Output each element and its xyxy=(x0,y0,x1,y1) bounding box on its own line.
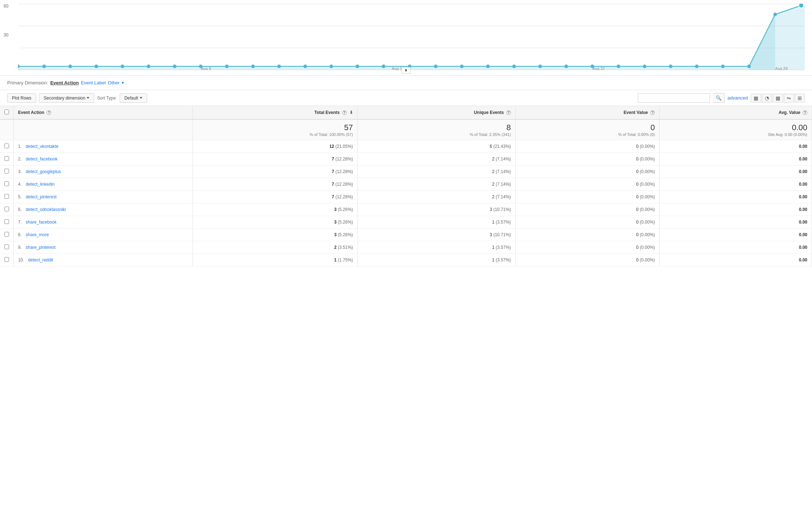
event-value-help-icon[interactable]: ? xyxy=(650,110,655,115)
row-checkbox[interactable] xyxy=(4,219,9,224)
plot-rows-button[interactable]: Plot Rows xyxy=(7,93,36,103)
row-action-link[interactable]: detect_pinterest xyxy=(26,194,56,199)
svg-point-14 xyxy=(225,65,229,68)
row-checkbox-col xyxy=(0,241,14,254)
row-action-link[interactable]: share_more xyxy=(26,232,49,237)
row-unique-events: 1 (3.57%) xyxy=(357,241,515,254)
svg-point-17 xyxy=(303,65,307,68)
svg-point-30 xyxy=(643,65,646,68)
sort-type-dropdown[interactable]: Default xyxy=(120,93,147,103)
row-total-pct: (5.26%) xyxy=(338,232,353,237)
sort-type-arrow-icon xyxy=(140,97,142,99)
bar-view-button[interactable]: ▦ xyxy=(773,94,783,102)
row-action-link[interactable]: detect_facebook xyxy=(26,156,57,162)
svg-point-11 xyxy=(147,65,150,68)
row-action-link[interactable]: detect_odnoklassniki xyxy=(26,207,66,212)
table-row: 6. detect_odnoklassniki 3 (5.26%) 3 (10.… xyxy=(0,203,812,216)
bar-icon: ▦ xyxy=(776,95,780,101)
svg-text:Aug 8: Aug 8 xyxy=(201,66,211,70)
row-unique-pct: (7.14%) xyxy=(496,194,511,199)
row-event-value-num: 0 xyxy=(636,232,639,237)
total-events-help-icon[interactable]: ? xyxy=(342,110,347,115)
table-row: 3. detect_googleplus 7 (12.28%) 2 (7.14%… xyxy=(0,166,812,178)
row-checkbox[interactable] xyxy=(4,257,9,262)
row-checkbox[interactable] xyxy=(4,244,9,249)
row-checkbox-col xyxy=(0,178,14,191)
row-event-value: 0 (0.00%) xyxy=(515,241,659,254)
row-unique-pct: (7.14%) xyxy=(496,182,511,187)
summary-row: 57 % of Total: 100.00% (57) 8 % of Total… xyxy=(0,119,812,140)
row-event-value: 0 (0.00%) xyxy=(515,178,659,191)
row-event-value-pct: (0.00%) xyxy=(640,182,655,187)
row-action-link[interactable]: detect_googleplus xyxy=(26,169,61,174)
row-checkbox[interactable] xyxy=(4,169,9,173)
row-total-events: 12 (21.05%) xyxy=(193,140,357,153)
pivot-view-button[interactable]: ⊞ xyxy=(795,94,805,102)
row-checkbox[interactable] xyxy=(4,181,9,186)
chart-svg: ... Aug 8 Aug 15 Aug 22 Aug 29 xyxy=(18,4,805,70)
row-event-value: 0 (0.00%) xyxy=(515,140,659,153)
svg-point-31 xyxy=(669,65,672,68)
row-event-value-num: 0 xyxy=(636,257,639,263)
row-avg-value-num: 0.00 xyxy=(799,207,807,212)
chart-dropdown-btn[interactable]: ▼ xyxy=(402,67,411,74)
row-total-value: 2 xyxy=(334,245,337,250)
select-all-checkbox[interactable] xyxy=(4,110,9,114)
row-event-value: 0 (0.00%) xyxy=(515,254,659,266)
row-action-col: 8. share_more xyxy=(14,229,193,241)
row-total-events: 1 (1.75%) xyxy=(193,254,357,266)
row-event-value-num: 0 xyxy=(636,207,639,212)
svg-point-22 xyxy=(434,65,437,68)
select-all-checkbox-col xyxy=(0,106,14,119)
search-icon: 🔍 xyxy=(716,95,721,101)
svg-marker-5 xyxy=(749,5,805,70)
comparison-view-button[interactable]: ⇋ xyxy=(784,94,794,102)
row-unique-value: 1 xyxy=(492,220,495,225)
row-total-events: 2 (3.51%) xyxy=(193,241,357,254)
row-avg-value-num: 0.00 xyxy=(799,156,807,162)
row-action-link[interactable]: share_facebook xyxy=(26,220,56,225)
search-input[interactable] xyxy=(638,93,710,103)
unique-events-help-icon[interactable]: ? xyxy=(506,110,511,115)
row-checkbox[interactable] xyxy=(4,207,9,211)
svg-point-16 xyxy=(277,65,281,68)
dimension-event-action[interactable]: Event Action xyxy=(50,80,79,85)
row-event-value-num: 0 xyxy=(636,220,639,225)
col-event-action: Event Action ? xyxy=(14,106,193,119)
row-action-link[interactable]: detect_linkedin xyxy=(26,182,54,187)
advanced-link[interactable]: advanced xyxy=(728,95,748,101)
grid-icon: ▦ xyxy=(754,95,758,101)
row-avg-value: 0.00 xyxy=(659,229,812,241)
pie-view-button[interactable]: ◔ xyxy=(762,94,772,102)
row-number: 1. xyxy=(18,144,22,149)
dimension-event-label[interactable]: Event Label xyxy=(81,80,106,85)
row-event-value: 0 (0.00%) xyxy=(515,153,659,166)
row-checkbox[interactable] xyxy=(4,194,9,199)
row-checkbox[interactable] xyxy=(4,232,9,237)
row-avg-value-num: 0.00 xyxy=(799,182,807,187)
row-checkbox[interactable] xyxy=(4,144,9,148)
avg-value-help-icon[interactable]: ? xyxy=(803,110,807,115)
svg-point-32 xyxy=(695,65,699,68)
row-action-link[interactable]: detect_vkontakte xyxy=(26,144,58,149)
row-avg-value: 0.00 xyxy=(659,216,812,229)
secondary-dimension-dropdown[interactable]: Secondary dimension xyxy=(39,93,94,103)
row-event-value-pct: (0.00%) xyxy=(640,144,655,149)
row-unique-value: 2 xyxy=(492,182,495,187)
other-arrow-icon: ▼ xyxy=(121,81,125,85)
row-action-link[interactable]: detect_reddit xyxy=(28,257,53,263)
row-avg-value-num: 0.00 xyxy=(799,232,807,237)
chart-area: 60 30 xyxy=(0,0,812,76)
row-checkbox[interactable] xyxy=(4,156,9,161)
row-unique-events: 1 (3.57%) xyxy=(357,254,515,266)
row-unique-value: 2 xyxy=(492,194,495,199)
event-action-help-icon[interactable]: ? xyxy=(47,110,51,115)
grid-view-button[interactable]: ▦ xyxy=(751,94,761,102)
row-checkbox-col xyxy=(0,166,14,178)
search-button[interactable]: 🔍 xyxy=(713,93,725,103)
row-action-link[interactable]: share_pinterest xyxy=(26,245,56,250)
dimension-other[interactable]: Other ▼ xyxy=(108,80,124,85)
row-action-col: 2. detect_facebook xyxy=(14,153,193,166)
row-unique-pct: (10.71%) xyxy=(493,232,511,237)
svg-point-10 xyxy=(121,65,124,68)
